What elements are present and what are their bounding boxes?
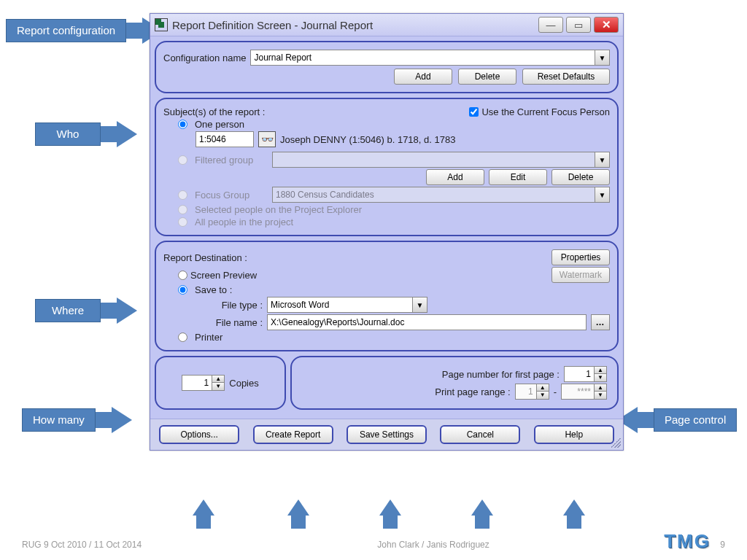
filtered-group-label: Filtered group [195,155,268,166]
resize-grip-icon[interactable] [611,438,621,448]
all-people-label: All people in the project [195,217,293,228]
range-to-input [562,384,594,399]
range-to-spinner[interactable]: ▲▼ [561,384,607,400]
filename-label: File name : [207,317,263,328]
copies-input[interactable] [182,376,212,390]
options-button[interactable]: Options... [159,425,239,444]
minimize-button[interactable]: — [538,17,563,33]
arrow-up-icon [379,499,401,516]
add-config-button[interactable]: Add [394,69,452,85]
footer-center: John Clark / Janis Rodriguez [142,540,725,550]
chevron-down-icon[interactable]: ▼ [595,50,610,66]
all-people-radio [178,217,187,227]
arrow-up-icon [287,499,309,516]
selected-pe-label: Selected people on the Project Explorer [195,204,362,215]
properties-button[interactable]: Properties [551,249,610,265]
footer-left: RUG 9 Oct 2010 / 11 Oct 2014 [22,540,142,550]
create-report-button[interactable]: Create Report [253,425,333,444]
fg-add-button[interactable]: Add [426,169,484,185]
up-icon[interactable]: ▲ [595,367,606,374]
close-button[interactable]: ✕ [594,17,619,33]
arrow-right-icon [117,298,137,324]
copies-section: ▲▼ Copies [155,356,286,410]
maximize-button[interactable]: ▭ [566,17,591,33]
saveto-radio[interactable] [178,285,187,295]
cancel-button[interactable]: Cancel [440,425,520,444]
focus-group-input [272,187,595,203]
reset-defaults-button[interactable]: Reset Defaults [522,69,610,85]
first-page-input[interactable] [565,367,594,381]
dest-title: Report Destination : [163,252,247,263]
help-button[interactable]: Help [534,425,614,444]
arrow-right-icon [117,121,137,147]
footer-pagenum: 9 [720,540,725,550]
callout-label: Who [35,122,101,145]
person-id-input[interactable] [196,131,254,147]
filename-input[interactable] [267,314,587,330]
printer-radio[interactable] [178,332,187,342]
callout-label: Report configuration [6,19,126,42]
arrow-up-icon [563,499,585,516]
browse-button[interactable]: … [591,314,610,330]
copies-label: Copies [229,378,258,389]
callout-pagectrl: Page control [617,407,737,433]
fg-edit-button[interactable]: Edit [489,169,547,185]
screen-preview-label: Screen Preview [190,270,257,281]
copies-spinner[interactable]: ▲▼ [182,375,225,391]
report-definition-dialog: Report Definition Screen - Journal Repor… [150,13,624,451]
one-person-label: One person [195,119,244,130]
callout-who: Who [35,121,137,147]
one-person-radio[interactable] [178,120,187,129]
up-icon: ▲ [537,384,549,392]
arrow-up-icon [193,499,214,516]
callout-config: Report configuration [6,18,163,44]
binoculars-icon[interactable]: 👓 [258,131,276,147]
config-name-label: Configuration name [163,52,246,63]
first-page-spinner[interactable]: ▲▼ [564,366,607,382]
down-icon: ▼ [537,392,549,399]
first-page-label: Page number for first page : [442,369,560,380]
filetype-label: File type : [207,300,263,311]
down-icon[interactable]: ▼ [212,383,224,390]
subjects-title: Subject(s) of the report : [163,106,265,117]
chevron-down-icon[interactable]: ▼ [413,297,427,313]
range-label: Print page range : [435,386,510,397]
slide-footer: RUG 9 Oct 2010 / 11 Oct 2014 John Clark … [0,540,747,550]
titlebar: Report Definition Screen - Journal Repor… [150,14,623,36]
destination-section: Report Destination : Properties Screen P… [155,241,619,351]
use-focus-label: Use the Current Focus Person [481,106,610,117]
chevron-down-icon: ▼ [595,152,610,168]
down-icon[interactable]: ▼ [595,374,606,381]
config-section: Configuration name ▼ Add Delete Reset De… [155,41,619,93]
delete-config-button[interactable]: Delete [458,69,516,85]
callout-label: Page control [654,408,737,431]
fg-delete-button[interactable]: Delete [551,169,610,185]
bottom-button-bar: Options... Create Report Save Settings C… [150,419,623,450]
callout-where: Where [35,298,137,324]
chevron-down-icon: ▼ [595,187,610,203]
saveto-label: Save to : [195,284,232,295]
screen-preview-radio[interactable] [178,271,187,280]
arrow-options [193,499,214,529]
callout-label: How many [22,408,96,431]
callout-label: Where [35,299,101,322]
arrow-cancel [471,499,493,529]
filtered-group-radio [178,155,187,165]
use-focus-checkbox[interactable] [469,107,479,117]
selected-pe-radio [178,205,187,214]
up-icon[interactable]: ▲ [212,376,224,383]
arrow-create [287,499,309,529]
filetype-input[interactable] [267,297,413,313]
range-from-spinner[interactable]: ▲▼ [515,384,549,400]
config-name-input[interactable] [250,50,595,66]
up-icon: ▲ [595,384,606,392]
save-settings-button[interactable]: Save Settings [347,425,427,444]
arrow-help [563,499,585,529]
person-name: Joseph DENNY (1:5046) b. 1718, d. 1783 [280,134,455,145]
callout-howmany: How many [22,407,132,433]
subjects-section: Subject(s) of the report : Use the Curre… [155,98,619,236]
watermark-button: Watermark [551,267,610,283]
filtered-group-input [272,152,595,168]
pages-section: Page number for first page : ▲▼ Print pa… [290,356,619,410]
focus-group-label: Focus Group [195,190,268,201]
